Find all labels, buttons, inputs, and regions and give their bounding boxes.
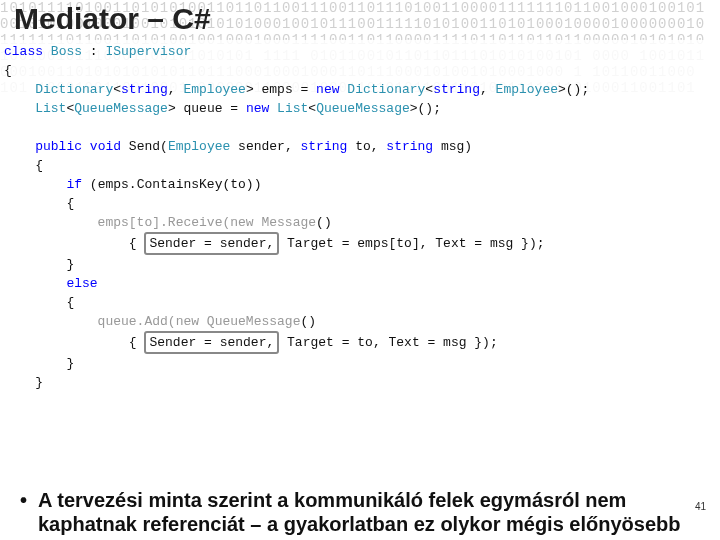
bullet-area: A tervezési minta szerint a kommunikáló … <box>0 488 720 536</box>
kw-class: class <box>4 44 43 59</box>
type-boss: Boss <box>51 44 82 59</box>
highlight-box-2: Sender = sender, <box>144 331 279 354</box>
highlight-box-1: Sender = sender, <box>144 232 279 255</box>
page-number: 41 <box>695 501 706 512</box>
slide-title: Mediator – C# <box>0 0 720 40</box>
type-isupervisor: ISupervisor <box>105 44 191 59</box>
code-block: class Boss : ISupervisor { Dictionary<st… <box>0 40 720 392</box>
slide-content: Mediator – C# class Boss : ISupervisor {… <box>0 0 720 392</box>
bullet-text: A tervezési minta szerint a kommunikáló … <box>20 488 712 536</box>
